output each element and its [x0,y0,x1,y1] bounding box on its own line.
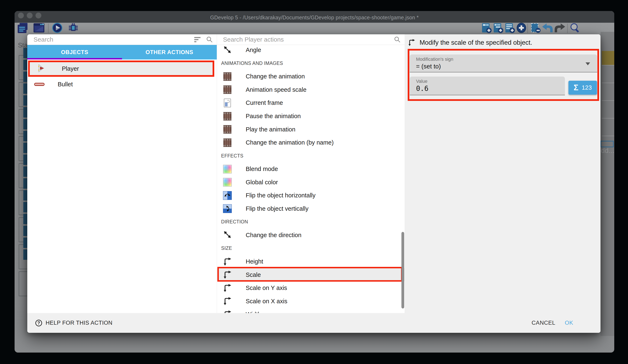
action-label: Scale on X axis [246,298,287,305]
add-comment-icon[interactable] [504,22,516,33]
action-label: Pause the animation [246,113,301,120]
action-list-scrollbar-thumb[interactable] [401,232,404,308]
undo-icon[interactable] [542,22,553,33]
resize-corner-icon [223,270,232,280]
action-row-pause-the-animation[interactable]: Pause the animation [217,110,404,123]
action-detail-header: Modify the scale of the specified object… [404,34,601,51]
modification-sign-label: Modification's sign [416,57,453,62]
expression-editor-button[interactable]: Σ 123 [568,81,597,95]
action-list: AngleANIMATIONS AND IMAGES Change the an… [217,45,404,313]
action-label: Width [246,311,261,313]
action-row-width[interactable]: Width [217,308,404,313]
dialog-footer: ? HELP FOR THIS ACTION CANCEL OK [27,313,601,333]
titlebar: GDevelop 5 - /Users/dkarakay/Documents/G… [14,11,614,23]
app-window: GDevelop 5 - /Users/dkarakay/Documents/G… [14,11,614,353]
object-search-input[interactable] [27,35,193,44]
scene-window-icon[interactable] [33,22,45,33]
tab-other-actions[interactable]: OTHER ACTIONS [122,45,217,60]
action-label: Current frame [246,99,283,106]
toolbar-separator [567,23,568,33]
action-label: Scale [246,271,261,278]
action-row-scale-on-x-axis[interactable]: Scale on X axis [217,295,404,308]
toolbar-separator [48,23,49,33]
project-manager-icon[interactable] [17,22,28,33]
action-row-flip-the-object-vertically[interactable]: Flip the object vertically [217,202,404,216]
help-button-label: HELP FOR THIS ACTION [46,320,112,326]
action-label: Change the animation (by name) [246,139,334,146]
action-detail-panel: Modify the scale of the specified object… [404,34,601,313]
action-row-change-the-animation[interactable]: Change the animation [217,70,404,83]
action-label: Height [246,258,263,265]
object-list: Player Bullet [27,60,217,313]
animation-film-icon [223,85,232,94]
action-label: Global color [246,179,278,186]
annotation-highlight-scale [217,267,402,282]
search-icon [205,35,214,44]
action-label: Blend mode [246,166,278,173]
tab-label: OTHER ACTIONS [146,49,193,56]
action-row-change-the-direction[interactable]: Change the direction [217,229,404,242]
color-gradient-icon [223,178,232,186]
properties-separator [602,100,614,101]
color-gradient-icon [223,165,232,174]
annotation-highlight-player: Player [28,61,214,77]
action-row-play-the-animation[interactable]: Play the animation [217,123,404,136]
add-circle-icon[interactable] [516,22,527,33]
expression-editor-button-label: 123 [582,84,592,91]
sigma-icon: Σ [574,83,578,92]
cancel-button[interactable]: CANCEL [532,320,555,326]
action-row-animation-speed-scale[interactable]: Animation speed scale [217,83,404,97]
properties-add-label: dd... [601,147,614,155]
search-icon [392,35,402,44]
play-icon[interactable] [52,22,63,33]
add-subevent-icon[interactable] [493,22,504,33]
properties-field-outline [601,141,614,147]
action-row-change-the-animation-by-name-[interactable]: Change the animation (by name) [217,136,404,149]
action-section-header: ANIMATIONS AND IMAGES [217,57,404,70]
object-row-bullet[interactable]: Bullet [27,77,217,91]
footer-actions: CANCEL OK [532,320,601,326]
properties-separator [602,136,614,136]
current-frame-icon [224,99,231,107]
action-label: Angle [246,47,261,54]
action-row-height[interactable]: Height [217,255,404,268]
action-row-global-color[interactable]: Global color [217,176,404,189]
event-outline [19,271,28,296]
action-label: Flip the object vertically [246,205,308,212]
value-field[interactable]: Value 0.6 [410,76,565,95]
toolbar-separator [527,23,528,33]
debug-icon[interactable] [68,22,79,33]
direction-arrow-icon [223,230,232,240]
search-icon[interactable] [569,22,581,33]
action-row-angle[interactable]: Angle [217,45,404,57]
properties-separator [602,118,614,119]
ok-button[interactable]: OK [565,320,573,326]
action-row-scale[interactable]: Scale [217,268,404,281]
player-ship-icon [38,64,46,73]
animation-film-icon [223,112,232,121]
tab-objects[interactable]: OBJECTS [27,45,122,60]
object-row-player[interactable]: Player [30,62,213,75]
action-label: Flip the object horizontally [246,192,315,199]
modification-sign-dropdown[interactable]: Modification's sign = (set to) [410,55,597,72]
value-field-label: Value [416,79,427,84]
remove-event-icon[interactable] [530,22,541,33]
action-search-input[interactable] [217,35,392,44]
action-row-current-frame[interactable]: Current frame [217,96,404,110]
action-detail-title: Modify the scale of the specified object… [420,39,532,46]
add-event-icon[interactable] [481,22,492,33]
action-section-header: DIRECTION [217,215,404,229]
object-label: Bullet [58,81,73,88]
resize-corner-icon [223,296,232,306]
filter-icon[interactable] [193,35,202,44]
action-label: Play the animation [246,126,296,133]
action-label: Scale on Y axis [246,285,287,291]
action-section-header: EFFECTS [217,149,404,162]
redo-icon[interactable] [554,22,565,33]
help-button[interactable]: ? HELP FOR THIS ACTION [35,320,112,326]
object-type-tabs: OBJECTSOTHER ACTIONS [27,45,217,60]
chevron-down-icon [586,62,590,65]
action-row-blend-mode[interactable]: Blend mode [217,162,404,176]
action-row-flip-the-object-horizontally[interactable]: Flip the object horizontally [217,189,404,202]
action-row-scale-on-y-axis[interactable]: Scale on Y axis [217,281,404,295]
